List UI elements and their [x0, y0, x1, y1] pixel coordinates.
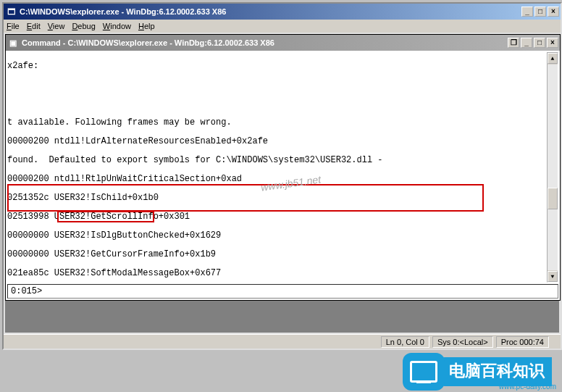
output-line: x2afe: [7, 62, 547, 71]
vertical-scrollbar[interactable]: ▲ ▼ [547, 52, 558, 283]
menu-file[interactable]: File [7, 22, 20, 30]
menu-bar: File Edit View Debug Window Help [4, 20, 561, 33]
status-ln-col: Ln 0, Col 0 [381, 336, 429, 348]
output-line: t available. Following frames may be wro… [7, 118, 547, 128]
cmd-close-button[interactable]: × [547, 38, 558, 48]
output-line: 0251352c USER32!IsChild+0x1b0 [7, 193, 547, 203]
status-bar: Ln 0, Col 0 Sys 0:<Local> Proc 000:74 [4, 334, 561, 349]
monitor-icon [403, 353, 445, 391]
output-line: 02513998 USER32!GetScrollInfo+0x301 [7, 212, 547, 222]
menu-help[interactable]: Help [138, 22, 155, 30]
site-logo-badge: 电脑百科知识 www.pc-daily.com [403, 351, 562, 392]
scroll-track[interactable] [548, 64, 558, 270]
maximize-button[interactable]: □ [534, 7, 546, 17]
status-sys: Sys 0:<Local> [432, 336, 493, 348]
cmd-restore-button[interactable]: ❐ [508, 38, 519, 48]
command-output[interactable]: x2afe: t available. Following frames may… [7, 52, 547, 283]
command-title: Command - C:\WINDOWS\explorer.exe - WinD… [22, 38, 508, 47]
cmd-minimize-button[interactable]: _ [521, 38, 532, 48]
main-titlebar[interactable]: 🗔 C:\WINDOWS\explorer.exe - WinDbg:6.12.… [4, 4, 561, 20]
output-line: 00000200 ntdll!LdrAlternateResourcesEnab… [7, 137, 547, 146]
cmd-maximize-button[interactable]: □ [534, 38, 545, 48]
scroll-up-arrow-icon[interactable]: ▲ [548, 53, 558, 64]
logo-url: www.pc-daily.com [499, 383, 556, 391]
close-button[interactable]: × [548, 7, 559, 17]
menu-view[interactable]: View [48, 22, 65, 30]
status-proc: Proc 000:74 [496, 336, 549, 348]
output-line: 00000000 USER32!IsDlgButtonChecked+0x162… [7, 231, 547, 241]
minimize-button[interactable]: _ [521, 7, 533, 17]
output-line [7, 99, 547, 109]
menu-window[interactable]: Window [103, 22, 131, 30]
menu-debug[interactable]: Debug [72, 22, 95, 30]
logo-text-cn: 电脑百科知识 [442, 357, 552, 386]
output-line [7, 80, 547, 90]
scroll-thumb[interactable] [548, 188, 558, 209]
app-icon: 🗔 [5, 6, 17, 17]
cmd-icon: ▣ [7, 37, 19, 49]
command-input[interactable]: 0:015> [7, 284, 558, 299]
output-line: 021ea85c USER32!SoftModalMessageBox+0x67… [7, 269, 547, 278]
command-window: ▣ Command - C:\WINDOWS\explorer.exe - Wi… [5, 34, 561, 301]
main-title: C:\WINDOWS\explorer.exe - WinDbg:6.12.00… [20, 7, 521, 16]
output-line: 00000000 USER32!GetCursorFrameInfo+0x1b9 [7, 250, 547, 259]
menu-edit[interactable]: Edit [27, 22, 41, 30]
main-window: 🗔 C:\WINDOWS\explorer.exe - WinDbg:6.12.… [2, 2, 562, 350]
output-line: found. Defaulted to export symbols for C… [7, 156, 547, 165]
command-titlebar[interactable]: ▣ Command - C:\WINDOWS\explorer.exe - Wi… [6, 35, 560, 51]
scroll-down-arrow-icon[interactable]: ▼ [548, 271, 558, 282]
